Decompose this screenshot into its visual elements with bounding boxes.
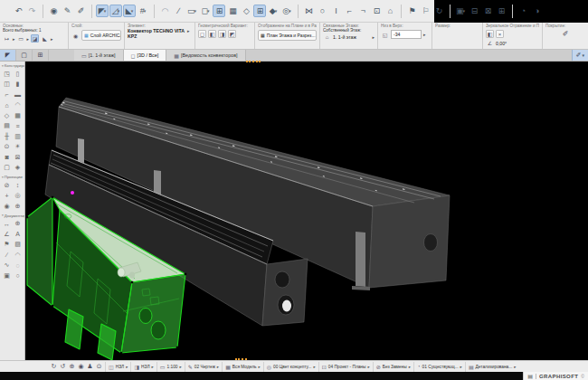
bring-forward-icon[interactable]: ⊟: [468, 5, 480, 17]
toolbox-tool-icon[interactable]: ◠: [13, 100, 24, 111]
measure-icon[interactable]: ✐: [74, 5, 87, 17]
schedule-icon[interactable]: ▦: [226, 5, 239, 17]
fit-in-window-icon[interactable]: ⊙: [95, 363, 103, 371]
separator[interactable]: [39, 5, 43, 18]
layer-combination-select[interactable]: ◫ НЗЛ ▸: [105, 362, 130, 372]
printer-icon[interactable]: ▤: [527, 373, 533, 379]
hotspot-handle[interactable]: [71, 191, 74, 195]
fit-view-icon[interactable]: ◇: [240, 5, 252, 17]
toolbox-tool-icon[interactable]: ⊠: [13, 152, 24, 163]
toolbox-tool-icon[interactable]: ⊕: [13, 219, 24, 230]
grid-toggle-icon[interactable]: ⊞: [253, 5, 266, 17]
arrow-cursor-icon[interactable]: ◣: [41, 34, 49, 43]
toolbox-tool-icon[interactable]: ▨: [13, 240, 24, 251]
renovation-filter-select[interactable]: ◔ 01 Существующ... ▸: [413, 362, 465, 372]
status-a-icon[interactable]: ◔: [517, 5, 529, 17]
toolbox-tool-icon[interactable]: ⚑: [2, 240, 13, 251]
toolbox-tool-icon[interactable]: ◫: [2, 80, 13, 90]
elevation-icon[interactable]: ⌂: [384, 5, 396, 17]
graphic-override-select[interactable]: ◎ 00 Цвет концепту... ▸: [263, 362, 318, 372]
plan-display-dropdown[interactable]: ▦ План Этажа и Разрез... ▸: [258, 30, 317, 41]
toolbox-tool-icon[interactable]: ≡: [13, 121, 24, 132]
guide-lines-icon[interactable]: ◠: [158, 5, 171, 17]
view-select[interactable]: ⊡ 04 Проект - Планы ▸: [318, 362, 373, 372]
trim-icon[interactable]: ⌐: [343, 5, 356, 17]
chevron-icon[interactable]: ▸: [51, 36, 53, 42]
tab-floor-plan[interactable]: ▭ [1. 1-й этаж]: [74, 50, 124, 61]
ruler-icon[interactable]: ∕: [172, 5, 185, 17]
rotate-icon[interactable]: ↻: [432, 5, 445, 17]
toolbox-tool-icon[interactable]: ◙: [2, 152, 13, 163]
toolbox-tool-icon[interactable]: ╫: [2, 131, 13, 142]
paintbrush-icon[interactable]: ✐: [562, 30, 570, 38]
separator[interactable]: [294, 5, 299, 18]
toolbox-tool-icon[interactable]: ◇: [2, 110, 13, 121]
grid-snap-dropdown[interactable]: #▾: [137, 5, 149, 17]
settings-dropdown[interactable]: ◆▾: [267, 5, 280, 17]
walk-icon[interactable]: ♟: [86, 363, 94, 371]
chevron-icon[interactable]: ▸: [187, 28, 190, 33]
explore-icon[interactable]: ↺: [59, 363, 67, 371]
toolbox-tool-icon[interactable]: ○: [13, 271, 24, 281]
toolbox-tool-icon[interactable]: ▣: [2, 271, 13, 281]
toolbox-tool-icon[interactable]: ⊕: [13, 201, 24, 212]
toolbox-tool-icon[interactable]: ◌: [13, 261, 24, 271]
pen-set-select[interactable]: ✎ 02 Чертеж ▸: [185, 362, 222, 372]
chevron-icon[interactable]: ▸: [372, 34, 375, 40]
guide-snap-dropdown[interactable]: ◿▾: [109, 5, 122, 17]
pickup-parameters-icon[interactable]: ◉: [47, 5, 60, 17]
group-dropdown[interactable]: ▣▾: [454, 5, 467, 17]
orbit-icon[interactable]: ↻: [50, 363, 58, 371]
eye-icon[interactable]: ◉: [71, 32, 80, 40]
toolbox-tool-icon[interactable]: ◠: [13, 250, 24, 261]
toolbox-tool-icon[interactable]: ▬: [13, 90, 24, 100]
toolbox-tool-icon[interactable]: +: [2, 191, 13, 202]
toolbox-tool-icon[interactable]: ▯: [13, 69, 24, 80]
override-select[interactable]: ⊘ Без Замены ▸: [373, 362, 413, 372]
scale-select[interactable]: ▭ 1:100 ▸: [156, 362, 185, 372]
surface-quick-dropdown[interactable]: ✐ ▾: [572, 50, 588, 61]
toolbox-tool-icon[interactable]: ▤: [2, 121, 13, 132]
element-settings-button[interactable]: ◪: [31, 34, 39, 43]
toolbox-tool-icon[interactable]: ⌂: [2, 100, 13, 111]
intersect-icon[interactable]: ¬: [356, 5, 369, 17]
reset-rotation-button[interactable]: ×: [496, 30, 504, 38]
toolbox-section-document[interactable]: ▾Документирование: [0, 212, 24, 219]
stretch-icon[interactable]: I: [329, 5, 342, 17]
model-filter-select[interactable]: ▦ Вся Модель ▸: [222, 362, 263, 372]
toolbox-tool-icon[interactable]: ∿: [2, 261, 13, 271]
toolbox-tool-icon[interactable]: ▦: [13, 110, 24, 121]
toolbox-tool-icon[interactable]: ⌐: [2, 90, 13, 100]
toolbox-tool-icon[interactable]: ◳: [2, 69, 13, 80]
element-value[interactable]: Конвектор TECHNO VITA KPZ: [128, 28, 187, 39]
toolbox-tool-icon[interactable]: A: [13, 229, 24, 240]
tab-overview-button[interactable]: ⊞: [33, 50, 49, 61]
toolbox-tool-icon[interactable]: ↕: [13, 180, 24, 191]
zoom-icon[interactable]: ⊕: [68, 363, 76, 371]
send-backward-icon[interactable]: ⊠: [481, 5, 494, 17]
point-snap-dropdown[interactable]: ◣▾: [123, 5, 136, 17]
flag-outline-icon[interactable]: ⚐: [419, 5, 432, 17]
flag-icon[interactable]: ⚑: [405, 5, 418, 17]
module-icon[interactable]: ⊞: [495, 5, 507, 17]
geometry-variant-button[interactable]: ◨: [218, 30, 226, 38]
separator[interactable]: [88, 5, 92, 18]
redo-icon[interactable]: ↷: [25, 5, 38, 17]
separator[interactable]: [150, 5, 155, 18]
toolbox-section-views[interactable]: ▾Проекции: [0, 173, 24, 180]
look-to-icon[interactable]: ◉: [77, 363, 85, 371]
separator[interactable]: [446, 5, 450, 18]
toolbox-tool-icon[interactable]: ∕: [2, 250, 13, 261]
chevron-icon[interactable]: ▸: [27, 36, 30, 42]
tab-schedule[interactable]: ▦ [Ведомость конвекторов]: [166, 50, 245, 61]
geometry-variant-button[interactable]: ◩: [228, 30, 236, 38]
toolbox-tool-icon[interactable]: ◎: [13, 191, 24, 202]
inject-parameters-icon[interactable]: ✎: [61, 5, 73, 17]
detail-level-select[interactable]: ▤ Детализирована... ▸: [465, 362, 519, 372]
toolbox-tool-icon[interactable]: ▮: [13, 80, 24, 90]
separator[interactable]: [508, 5, 513, 18]
favorites-icon[interactable]: ▭: [17, 34, 25, 43]
layer-dropdown[interactable]: ▦ Слой ARCHICAD ▸: [81, 30, 121, 41]
toolbox-tool-icon[interactable]: ↔: [2, 219, 13, 230]
separator[interactable]: [397, 5, 402, 18]
